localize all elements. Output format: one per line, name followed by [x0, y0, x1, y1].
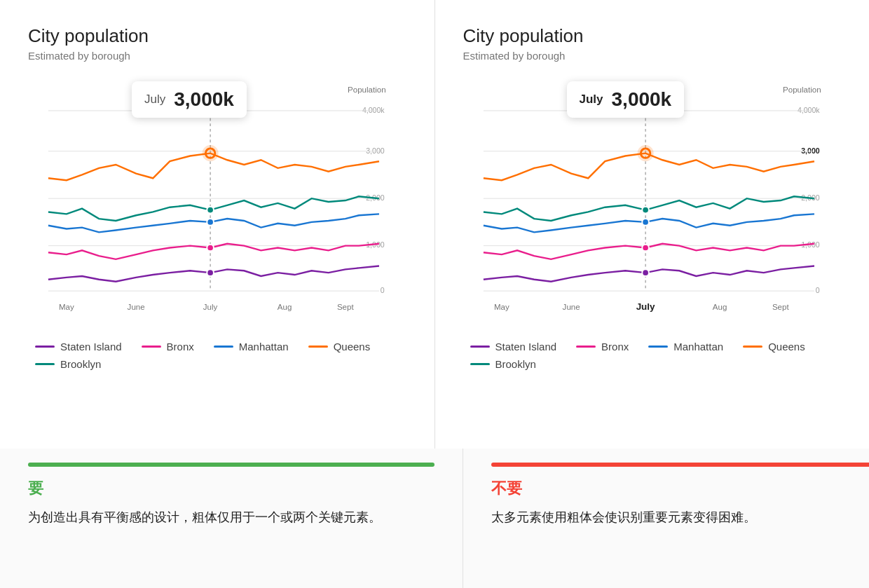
- left-tooltip-month: July: [144, 93, 165, 107]
- do-label: 要: [28, 478, 434, 499]
- left-legend-queens-label: Queens: [334, 341, 371, 353]
- dont-text: 太多元素使用粗体会使识别重要元素变得困难。: [491, 507, 869, 528]
- left-legend-brooklyn-line: [35, 363, 55, 365]
- right-legend-queens-label: Queens: [768, 341, 805, 353]
- right-legend: Staten Island Bronx Manhattan Queens Bro…: [463, 341, 842, 370]
- svg-text:Sept: Sept: [772, 303, 789, 311]
- left-legend-staten-island-line: [35, 346, 55, 348]
- right-legend-brooklyn-line: [470, 363, 490, 365]
- left-chart-title: City population: [28, 25, 406, 47]
- right-chart-subtitle: Estimated by borough: [463, 50, 842, 62]
- left-legend-staten-island: Staten Island: [35, 341, 122, 353]
- left-chart-area: July 3,000k Population 4,000k 3,000 2,00…: [28, 76, 406, 328]
- left-legend-manhattan-label: Manhattan: [239, 341, 289, 353]
- svg-point-44: [642, 245, 649, 252]
- left-legend-manhattan: Manhattan: [214, 341, 289, 353]
- svg-point-20: [207, 219, 214, 226]
- left-legend-staten-island-label: Staten Island: [60, 341, 122, 353]
- do-indicator-bar: [28, 463, 434, 467]
- right-legend-staten-island-label: Staten Island: [495, 341, 557, 353]
- svg-text:July: July: [636, 301, 655, 312]
- left-legend-bronx-label: Bronx: [167, 341, 194, 353]
- svg-text:4,000k: 4,000k: [362, 106, 385, 114]
- svg-text:Population: Population: [348, 86, 386, 94]
- dont-indicator-bar: [491, 463, 869, 467]
- left-chart-subtitle: Estimated by borough: [28, 50, 406, 62]
- right-legend-queens: Queens: [743, 341, 805, 353]
- do-text: 为创造出具有平衡感的设计，粗体仅用于一个或两个关键元素。: [28, 507, 434, 528]
- right-chart-title: City population: [463, 25, 842, 47]
- svg-point-42: [642, 207, 649, 214]
- svg-text:July: July: [203, 303, 218, 311]
- svg-text:May: May: [59, 303, 74, 311]
- svg-text:June: June: [562, 303, 580, 311]
- svg-text:3,000: 3,000: [366, 146, 385, 155]
- right-legend-bronx: Bronx: [576, 341, 629, 353]
- svg-point-21: [207, 245, 214, 252]
- svg-text:Population: Population: [783, 86, 821, 94]
- left-legend-bronx: Bronx: [142, 341, 194, 353]
- svg-text:May: May: [493, 303, 509, 311]
- left-legend-queens: Queens: [308, 341, 371, 353]
- charts-row: City population Estimated by borough Jul…: [0, 0, 869, 449]
- svg-text:0: 0: [381, 286, 385, 294]
- main-container: City population Estimated by borough Jul…: [0, 0, 869, 588]
- svg-point-43: [642, 219, 649, 226]
- svg-text:4,000k: 4,000k: [797, 106, 819, 114]
- svg-text:June: June: [128, 303, 145, 311]
- dont-label: 不要: [491, 478, 869, 499]
- dont-panel: 不要 太多元素使用粗体会使识别重要元素变得困难。 UI.cn: [463, 449, 869, 588]
- right-legend-bronx-label: Bronx: [601, 341, 629, 353]
- svg-point-19: [207, 207, 214, 214]
- do-panel: 要 为创造出具有平衡感的设计，粗体仅用于一个或两个关键元素。: [0, 449, 463, 588]
- svg-text:3,000: 3,000: [801, 146, 820, 155]
- svg-text:Sept: Sept: [337, 303, 355, 311]
- right-legend-bronx-line: [576, 346, 596, 348]
- left-legend: Staten Island Bronx Manhattan Queens Bro…: [28, 341, 406, 370]
- right-tooltip-month: July: [580, 93, 603, 107]
- svg-text:Aug: Aug: [712, 303, 727, 311]
- left-legend-bronx-line: [142, 346, 161, 348]
- bottom-section: 要 为创造出具有平衡感的设计，粗体仅用于一个或两个关键元素。 不要 太多元素使用…: [0, 449, 869, 588]
- left-legend-manhattan-line: [214, 346, 233, 348]
- right-legend-staten-island: Staten Island: [470, 341, 557, 353]
- svg-text:Aug: Aug: [278, 303, 292, 311]
- right-legend-manhattan: Manhattan: [648, 341, 723, 353]
- left-legend-brooklyn: Brooklyn: [35, 358, 101, 370]
- right-legend-queens-line: [743, 346, 762, 348]
- left-legend-queens-line: [308, 346, 328, 348]
- right-legend-staten-island-line: [470, 346, 490, 348]
- svg-point-41: [637, 145, 653, 161]
- left-chart-panel: City population Estimated by borough Jul…: [0, 0, 435, 449]
- svg-point-22: [207, 269, 214, 276]
- left-tooltip-value: 3,000k: [174, 88, 234, 111]
- right-tooltip-value: 3,000k: [612, 88, 672, 111]
- right-legend-brooklyn: Brooklyn: [470, 358, 536, 370]
- right-legend-manhattan-label: Manhattan: [673, 341, 723, 353]
- left-legend-brooklyn-label: Brooklyn: [60, 358, 101, 370]
- left-tooltip: July 3,000k: [132, 81, 247, 118]
- svg-point-18: [203, 145, 219, 161]
- right-legend-brooklyn-label: Brooklyn: [495, 358, 536, 370]
- right-tooltip: July 3,000k: [567, 81, 685, 118]
- right-chart-area: July 3,000k Population 4,000k 3,000 2,00…: [463, 76, 842, 328]
- svg-point-45: [642, 269, 649, 276]
- right-chart-panel: City population Estimated by borough Jul…: [435, 0, 870, 449]
- right-legend-manhattan-line: [648, 346, 668, 348]
- svg-text:0: 0: [815, 286, 819, 294]
